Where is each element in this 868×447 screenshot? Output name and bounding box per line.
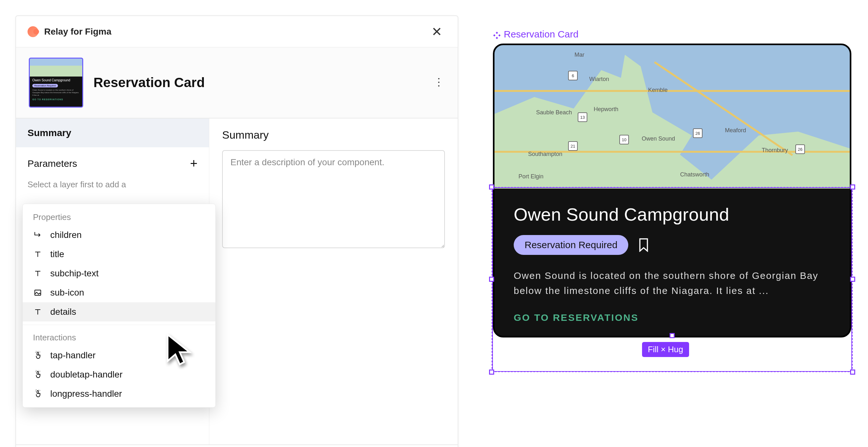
card-description: Owen Sound is located on the southern sh… — [514, 268, 831, 298]
svg-rect-7 — [493, 34, 495, 36]
parameters-hint: Select a layer first to add a — [16, 180, 209, 196]
reservations-link[interactable]: GO TO RESERVATIONS — [514, 312, 831, 323]
add-parameter-menu: Properties children title subchip-text s… — [22, 204, 216, 408]
reservation-card: Mar Wiarton Kemble Sauble Beach Hepworth… — [493, 43, 851, 337]
menu-item-label: sub-icon — [50, 288, 84, 298]
cursor-icon — [163, 332, 198, 367]
menu-item-sub-icon[interactable]: sub-icon — [23, 283, 215, 302]
nav-summary[interactable]: Summary — [16, 118, 209, 147]
bookmark-icon[interactable] — [638, 238, 649, 252]
menu-item-children[interactable]: children — [23, 226, 215, 245]
autolayout-badge: Fill × Hug — [642, 342, 689, 357]
nav-parameters[interactable]: Parameters + — [16, 147, 209, 180]
map-label: Chatsworth — [680, 171, 709, 178]
component-header: Owen Sound Campground Reservation Requir… — [16, 48, 458, 118]
panel-footer[interactable]: Share with developer — [16, 444, 458, 447]
menu-item-label: children — [50, 230, 82, 240]
menu-item-label: tap-handler — [50, 350, 96, 361]
card-body: Owen Sound Campground Reservation Requir… — [495, 188, 850, 336]
map-label: Southampton — [528, 151, 562, 157]
svg-rect-5 — [35, 290, 41, 295]
reservation-chip[interactable]: Reservation Required — [514, 235, 628, 255]
svg-rect-9 — [496, 37, 498, 39]
reservation-card-frame[interactable]: Mar Wiarton Kemble Sauble Beach Hepworth… — [493, 43, 851, 337]
map-label: Port Elgin — [519, 173, 544, 180]
map-label: Sauble Beach — [536, 109, 572, 116]
image-icon — [33, 288, 42, 297]
menu-item-label: longpress-handler — [50, 389, 122, 399]
component-thumbnail: Owen Sound Campground Reservation Requir… — [29, 58, 83, 108]
svg-rect-6 — [496, 32, 498, 34]
description-textarea[interactable] — [222, 150, 445, 248]
route-shield: 6 — [568, 71, 578, 80]
tap-icon — [33, 389, 42, 399]
card-map: Mar Wiarton Kemble Sauble Beach Hepworth… — [495, 45, 850, 188]
canvas-label-text: Reservation Card — [504, 29, 578, 40]
route-shield: 26 — [795, 144, 805, 154]
menu-item-doubletap-handler[interactable]: doubletap-handler — [23, 365, 215, 384]
plugin-title: Relay for Figma — [44, 27, 428, 37]
text-icon — [33, 307, 42, 317]
menu-item-label: title — [50, 249, 64, 259]
nav-summary-label: Summary — [28, 127, 71, 138]
menu-item-subchip-text[interactable]: subchip-text — [23, 264, 215, 283]
menu-item-title[interactable]: title — [23, 245, 215, 264]
menu-item-label: subchip-text — [50, 268, 99, 278]
text-icon — [33, 249, 42, 259]
menu-group-properties: Properties — [23, 208, 215, 226]
plugin-titlebar: Relay for Figma ✕ — [16, 16, 458, 48]
component-diamond-icon — [493, 30, 501, 38]
route-shield: 21 — [568, 141, 578, 151]
menu-divider — [23, 325, 215, 325]
arrow-enter-icon — [33, 230, 42, 240]
map-label: Kemble — [648, 87, 668, 93]
summary-heading: Summary — [222, 129, 445, 141]
menu-item-details[interactable]: details — [23, 302, 215, 322]
svg-rect-8 — [498, 34, 501, 36]
component-name: Reservation Card — [93, 75, 433, 90]
tap-icon — [33, 370, 42, 380]
map-label: Thornbury — [762, 147, 788, 154]
add-parameter-icon[interactable]: + — [190, 156, 197, 171]
map-label: Wiarton — [589, 76, 609, 83]
route-shield: 10 — [619, 135, 629, 144]
right-column: Summary — [209, 118, 458, 444]
close-icon[interactable]: ✕ — [428, 24, 446, 39]
route-shield: 26 — [693, 128, 703, 138]
more-menu-icon[interactable]: ⋯ — [433, 77, 445, 88]
map-label: Owen Sound — [642, 136, 675, 142]
card-title: Owen Sound Campground — [514, 204, 831, 225]
menu-item-label: details — [50, 307, 76, 317]
map-label: Mar — [575, 52, 584, 58]
tap-icon — [33, 351, 42, 360]
text-icon — [33, 269, 42, 278]
nav-parameters-label: Parameters — [28, 158, 77, 169]
menu-item-longpress-handler[interactable]: longpress-handler — [23, 384, 215, 404]
selection-handle[interactable] — [489, 369, 494, 375]
canvas-component-label[interactable]: Reservation Card — [493, 29, 578, 40]
route-shield: 13 — [578, 112, 587, 122]
map-label: Meaford — [725, 127, 746, 134]
menu-item-label: doubletap-handler — [50, 369, 123, 380]
map-label: Hepworth — [594, 106, 618, 113]
relay-logo-icon — [28, 26, 38, 37]
selection-handle[interactable] — [850, 369, 855, 375]
